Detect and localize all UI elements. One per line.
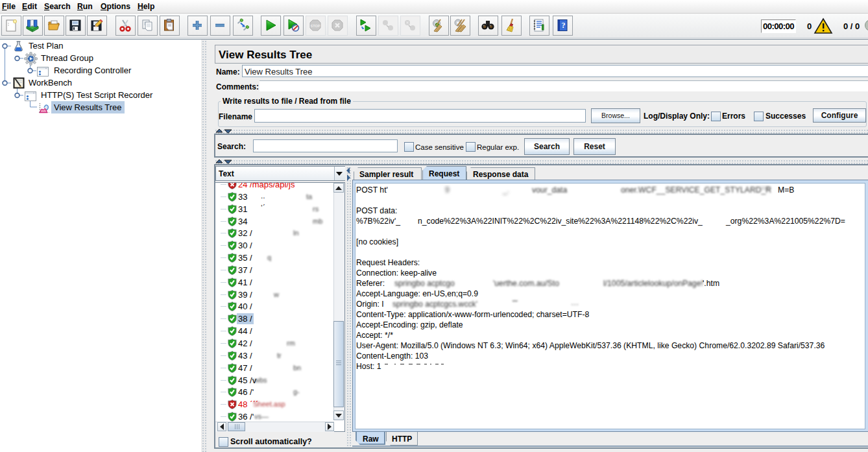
svg-text:?: ? <box>562 21 566 30</box>
svg-text:STOP: STOP <box>311 24 320 28</box>
